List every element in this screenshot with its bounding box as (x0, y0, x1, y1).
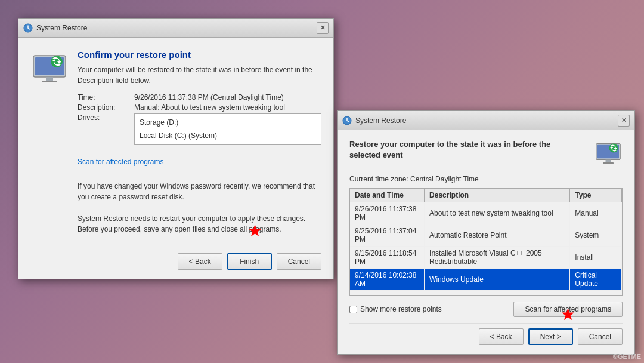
dialog2-body: Restore your computer to the state it wa… (338, 130, 634, 354)
info-grid: Time: 9/26/2016 11:37:38 PM (Central Day… (78, 93, 321, 150)
row2-type: System (570, 224, 622, 247)
restore-table-area[interactable]: Date and Time Description Type 9/26/2016… (349, 188, 623, 296)
watermark: ©GETME (613, 353, 641, 360)
drives-box: Storage (D:) Local Disk (C:) (System) (134, 113, 321, 145)
dialog1-warning: If you have changed your Windows passwor… (78, 175, 321, 235)
dialog2-cancel-button[interactable]: Cancel (578, 328, 623, 345)
dialog2-monitor-svg (594, 139, 623, 168)
table-row[interactable]: 9/25/2016 11:37:04 PM Automatic Restore … (350, 224, 622, 247)
dialog2-close-button[interactable]: ✕ (618, 115, 630, 127)
table-row[interactable]: 9/15/2016 11:18:54 PM Installed Microsof… (350, 247, 622, 269)
scan-affected-button[interactable]: Scan for affected programs (513, 302, 623, 317)
dialog2-footer: Show more restore points Scan for affect… (349, 302, 623, 317)
dialog1-close-button[interactable]: ✕ (317, 22, 329, 34)
drive-2: Local Disk (C:) (System) (140, 130, 316, 143)
cancel-button[interactable]: Cancel (277, 253, 321, 270)
show-more-checkbox[interactable] (349, 306, 357, 313)
time-label: Time: (78, 93, 131, 101)
row1-type: Manual (570, 202, 622, 224)
computer-icon (30, 50, 69, 88)
dialog1-heading: Confirm your restore point (78, 50, 321, 60)
finish-button[interactable]: Finish (227, 253, 272, 270)
restore-table: Date and Time Description Type 9/26/2016… (350, 189, 622, 291)
dialog2-back-button[interactable]: < Back (479, 328, 524, 345)
svg-rect-9 (606, 160, 611, 163)
col-datetime: Date and Time (350, 189, 425, 202)
timezone-label: Current time zone: Central Daylight Time (349, 175, 623, 183)
select-restore-dialog: System Restore ✕ Restore your computer t… (337, 110, 635, 355)
col-description: Description (425, 189, 570, 202)
svg-rect-3 (46, 77, 53, 81)
row3-type: Install (570, 247, 622, 269)
dialog1-title: System Restore (36, 24, 87, 32)
dialog1-titlebar: System Restore ✕ (18, 19, 333, 38)
dialog2-title: System Restore (355, 116, 406, 125)
col-type: Type (570, 189, 622, 202)
drives-label: Drives: (78, 113, 131, 150)
table-row[interactable]: 9/26/2016 11:37:38 PM About to test new … (350, 202, 622, 224)
row1-desc: About to test new system tweaking tool (425, 202, 570, 224)
dialog2-heading: Restore your computer to the state it wa… (349, 139, 576, 161)
titlebar-left: System Restore (23, 23, 87, 33)
titlebar-icon (23, 23, 33, 33)
row1-date: 9/26/2016 11:37:38 PM (350, 202, 425, 224)
show-more-label: Show more restore points (360, 305, 442, 313)
dialog1-body: Confirm your restore point Your computer… (18, 38, 333, 244)
monitor-svg (30, 50, 69, 88)
dialog1-main: Confirm your restore point Your computer… (78, 50, 321, 235)
scan-link[interactable]: Scan for affected programs (78, 158, 164, 166)
time-value: 9/26/2016 11:37:38 PM (Central Daylight … (134, 93, 321, 101)
dialog1-buttons: < Back Finish Cancel (18, 247, 333, 279)
row4-desc: Windows Update (425, 269, 570, 291)
row2-date: 9/25/2016 11:37:04 PM (350, 224, 425, 247)
dialog2-titlebar: System Restore ✕ (338, 111, 634, 130)
warning-p1: If you have changed your Windows passwor… (78, 181, 321, 202)
dialog1-subtitle: Your computer will be restored to the st… (78, 64, 321, 86)
row4-type: Critical Update (570, 269, 622, 291)
description-label: Description: (78, 103, 131, 112)
titlebar2-left: System Restore (342, 116, 406, 125)
confirm-restore-dialog: System Restore ✕ Confirm your restore po… (18, 18, 334, 279)
svg-rect-10 (603, 162, 614, 164)
description-value: Manual: About to test new system tweakin… (134, 103, 321, 112)
row2-desc: Automatic Restore Point (425, 224, 570, 247)
titlebar2-icon (342, 116, 352, 125)
row4-date: 9/14/2016 10:02:38 AM (350, 269, 425, 291)
svg-rect-4 (42, 81, 57, 82)
dialog2-header: Restore your computer to the state it wa… (349, 139, 623, 168)
back-button[interactable]: < Back (178, 253, 222, 270)
show-more-checkbox-label[interactable]: Show more restore points (349, 305, 442, 313)
row3-desc: Installed Microsoft Visual C++ 2005 Redi… (425, 247, 570, 269)
warning-p2: System Restore needs to restart your com… (78, 213, 321, 235)
dialog2-buttons: < Back Next > Cancel (349, 323, 623, 348)
dialog2-computer-icon (594, 139, 623, 168)
row3-date: 9/15/2016 11:18:54 PM (350, 247, 425, 269)
drive-1: Storage (D:) (140, 116, 316, 130)
table-row-selected[interactable]: 9/14/2016 10:02:38 AM Windows Update Cri… (350, 269, 622, 291)
dialog2-next-button[interactable]: Next > (528, 328, 573, 345)
